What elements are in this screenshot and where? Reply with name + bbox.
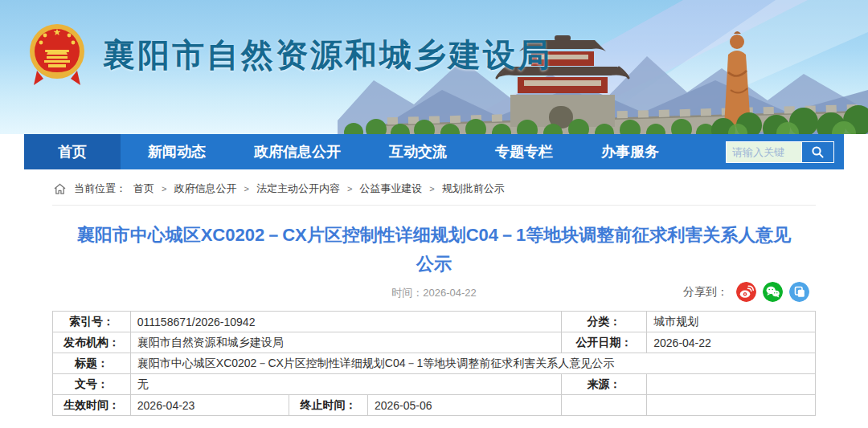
effective-date-label: 生效时间： — [53, 395, 131, 416]
weibo-share-icon[interactable] — [736, 282, 756, 302]
breadcrumb: 当前位置： 首页 > 政府信息公开 > 法定主动公开内容 > 公益事业建设 > … — [52, 169, 816, 206]
table-row-dates: 生效时间： 2026-04-23 终止时间： 2026-05-06 — [53, 395, 816, 416]
breadcrumb-separator: > — [429, 184, 434, 194]
publish-date-label: 公开日期： — [561, 332, 646, 353]
table-row-docnum: 文号： 无 来源： — [53, 374, 816, 395]
expire-date-label: 终止时间： — [289, 395, 368, 416]
main-navigation: 首页 新闻动态 政府信息公开 互动交流 专题专栏 办事服务 — [24, 134, 844, 169]
source-value — [647, 374, 816, 395]
article-meta-row: 时间：2026-04-22 分享到： — [52, 279, 816, 307]
empty-cell — [561, 395, 646, 416]
search-box — [726, 141, 834, 163]
doc-number-label: 文号： — [53, 374, 131, 395]
time-value: 2026-04-22 — [423, 287, 477, 299]
publisher-label: 发布机构： — [53, 332, 131, 353]
nav-item-special-topics[interactable]: 专题专栏 — [474, 134, 574, 169]
time-label: 时间： — [391, 287, 423, 299]
doc-title-value: 襄阳市中心城区XC0202－CX片区控制性详细规划C04－1等地块调整前征求利害… — [130, 353, 815, 374]
wechat-share-icon[interactable] — [763, 282, 783, 302]
search-button[interactable] — [801, 141, 834, 163]
nav-item-interaction[interactable]: 互动交流 — [368, 134, 468, 169]
table-row-title: 标题： 襄阳市中心城区XC0202－CX片区控制性详细规划C04－1等地块调整前… — [53, 353, 816, 374]
content-area: 当前位置： 首页 > 政府信息公开 > 法定主动公开内容 > 公益事业建设 > … — [52, 169, 816, 416]
search-magnifier-icon — [811, 145, 825, 159]
breadcrumb-item-public-welfare[interactable]: 公益事业建设 — [359, 181, 422, 196]
source-label: 来源： — [561, 374, 646, 395]
effective-date-value: 2026-04-23 — [130, 395, 289, 416]
category-value: 城市规划 — [647, 312, 816, 332]
doc-title-label: 标题： — [53, 353, 131, 374]
breadcrumb-item-plan-notice[interactable]: 规划批前公示 — [442, 181, 505, 196]
empty-cell — [647, 395, 816, 416]
index-number-label: 索引号： — [53, 312, 131, 332]
nav-item-news[interactable]: 新闻动态 — [127, 134, 227, 169]
article-title: 襄阳市中心城区XC0202－CX片区控制性详细规划C04－1等地块调整前征求利害… — [71, 221, 798, 278]
nav-item-services[interactable]: 办事服务 — [580, 134, 680, 169]
publisher-value: 襄阳市自然资源和城乡建设局 — [130, 332, 561, 353]
share-group: 分享到： — [683, 282, 809, 302]
nav-item-home[interactable]: 首页 — [24, 134, 121, 169]
site-header: 襄阳市自然资源和城乡建设局 — [0, 0, 868, 134]
expire-date-value: 2026-05-06 — [367, 395, 561, 416]
national-emblem-logo — [27, 21, 87, 88]
publish-date-value: 2026-04-22 — [647, 332, 816, 353]
breadcrumb-label: 当前位置： — [74, 181, 126, 196]
index-number-value: 011158671/2026-10942 — [130, 312, 561, 332]
nav-item-gov-info[interactable]: 政府信息公开 — [233, 134, 362, 169]
doc-number-value: 无 — [130, 374, 561, 395]
home-icon — [54, 183, 66, 195]
document-info-table: 索引号： 011158671/2026-10942 分类： 城市规划 发布机构：… — [52, 311, 816, 416]
breadcrumb-item-home[interactable]: 首页 — [133, 181, 154, 196]
table-row-publisher: 发布机构： 襄阳市自然资源和城乡建设局 公开日期： 2026-04-22 — [53, 332, 816, 353]
category-label: 分类： — [561, 312, 646, 332]
copy-link-share-icon[interactable] — [789, 282, 809, 302]
breadcrumb-item-statutory-disclosure[interactable]: 法定主动公开内容 — [256, 181, 340, 196]
search-input[interactable] — [726, 141, 801, 163]
breadcrumb-separator: > — [347, 184, 352, 194]
site-title: 襄阳市自然资源和城乡建设局 — [103, 33, 552, 77]
breadcrumb-separator: > — [244, 184, 248, 194]
share-label: 分享到： — [683, 285, 728, 300]
breadcrumb-item-gov-info[interactable]: 政府信息公开 — [174, 181, 236, 196]
breadcrumb-separator: > — [162, 184, 166, 194]
table-row-index: 索引号： 011158671/2026-10942 分类： 城市规划 — [53, 312, 816, 332]
